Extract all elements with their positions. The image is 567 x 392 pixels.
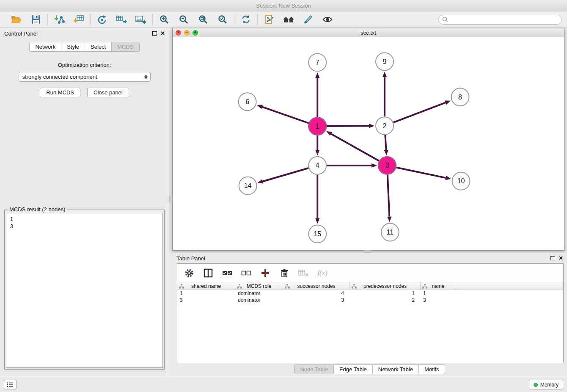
task-history-button[interactable] — [4, 380, 17, 389]
close-panel-button[interactable]: Close panel — [87, 88, 129, 97]
network-document-button[interactable] — [263, 13, 275, 26]
minimize-window-button[interactable]: − — [184, 30, 190, 36]
graph-node-9[interactable]: 9 — [376, 52, 394, 70]
vertical-splitter-handle[interactable] — [169, 196, 171, 203]
table-tab-node-table[interactable]: Node Table — [294, 364, 334, 374]
delete-row-button[interactable] — [279, 268, 290, 279]
visibility-button[interactable] — [321, 13, 334, 26]
column-header-name[interactable]: name — [421, 282, 456, 290]
toggle-columns-button[interactable] — [203, 268, 214, 279]
table-tab-motifs[interactable]: Motifs — [419, 364, 445, 374]
float-table-panel-icon[interactable] — [550, 256, 555, 260]
table-tab-network-table[interactable]: Network Table — [373, 364, 419, 374]
table-tab-edge-table[interactable]: Edge Table — [334, 364, 373, 374]
graph-edge-1-2[interactable] — [327, 124, 374, 128]
float-panel-icon[interactable] — [152, 31, 157, 36]
graph-node-3[interactable]: 3 — [378, 157, 396, 174]
graph-edge-4-3[interactable] — [327, 163, 377, 168]
graph-node-6[interactable]: 6 — [239, 93, 256, 110]
zoom-selected-button[interactable] — [216, 13, 229, 26]
column-header-mcds-role[interactable]: MCDS role — [235, 282, 283, 290]
import-network-button[interactable] — [53, 13, 66, 26]
apply-layout-button[interactable] — [239, 13, 252, 26]
criterion-dropdown[interactable]: strongly connected component — [19, 72, 151, 82]
export-network-button[interactable] — [96, 13, 108, 26]
graph-node-1[interactable]: 1 — [308, 117, 326, 135]
graph-edge-3-11[interactable] — [387, 175, 391, 222]
export-table-button[interactable] — [115, 13, 128, 26]
search-box[interactable] — [438, 15, 562, 25]
column-header-label: shared name — [191, 283, 221, 289]
run-mcds-button[interactable]: Run MCDS — [40, 88, 80, 97]
control-panel-header: Control Panel × — [0, 28, 169, 39]
mcds-result-line: 3 — [10, 223, 159, 230]
graph-edge-3-10[interactable] — [396, 167, 451, 180]
network-window-titlebar[interactable]: scc.txt × − + — [173, 28, 564, 37]
graph-node-14[interactable]: 14 — [239, 177, 257, 195]
memory-button[interactable]: Memory — [529, 380, 563, 389]
deselect-all-button[interactable] — [241, 268, 252, 279]
graph-node-label: 10 — [457, 177, 465, 185]
window-title: Session: New Session — [256, 3, 311, 9]
graph-edge-2-3[interactable] — [384, 135, 388, 155]
save-icon — [31, 15, 41, 24]
open-session-button[interactable] — [10, 13, 23, 26]
close-panel-icon[interactable]: × — [161, 31, 165, 36]
zoom-fit-button[interactable] — [197, 13, 209, 26]
close-table-panel-icon[interactable]: × — [559, 256, 563, 261]
export-image-button[interactable] — [135, 13, 147, 26]
graph-node-7[interactable]: 7 — [308, 53, 326, 71]
table-row[interactable]: 3dominator323 — [177, 297, 563, 304]
save-session-button[interactable] — [30, 13, 42, 26]
zoom-in-button[interactable] — [158, 13, 171, 26]
zoom-fit-icon — [198, 14, 208, 25]
import-table-button[interactable] — [72, 13, 85, 26]
table-panel-header: Table Panel × — [172, 253, 567, 264]
graph-node-11[interactable]: 11 — [381, 224, 399, 241]
graph-node-label: 6 — [245, 98, 249, 105]
graph-node-label: 2 — [383, 122, 386, 130]
graph-node-8[interactable]: 8 — [451, 88, 469, 106]
plus-icon — [261, 268, 270, 278]
select-all-button[interactable] — [222, 268, 233, 279]
column-header-shared-name[interactable]: shared name — [177, 282, 235, 290]
graph-edge-1-6[interactable] — [257, 105, 308, 123]
node-table-body[interactable]: 1dominator4113dominator323 — [177, 290, 563, 363]
tab-style[interactable]: Style — [61, 42, 85, 52]
search-input[interactable] — [450, 17, 558, 22]
tab-network[interactable]: Network — [29, 42, 61, 52]
graph-node-2[interactable]: 2 — [376, 117, 394, 135]
memory-button-label: Memory — [540, 382, 559, 388]
zoom-out-button[interactable] — [177, 13, 190, 26]
graph-edge-2-9[interactable] — [383, 72, 387, 116]
graph-edge-4-15[interactable] — [315, 175, 319, 224]
network-canvas[interactable]: 7968124310141511 — [173, 37, 564, 250]
tab-mcds[interactable]: MCDS — [112, 42, 139, 52]
status-bar: Memory — [0, 377, 567, 392]
graph-edge-4-14[interactable] — [258, 168, 309, 183]
graph-edge-1-4[interactable] — [315, 135, 319, 155]
mcds-result-box[interactable]: 13 — [6, 213, 163, 368]
tab-select[interactable]: Select — [85, 42, 112, 52]
style-button[interactable] — [302, 13, 314, 26]
folder-open-icon — [11, 15, 22, 24]
table-cell: 1 — [177, 290, 235, 297]
graph-edge-1-7[interactable] — [315, 72, 319, 117]
graph-edge-2-8[interactable] — [393, 100, 451, 122]
table-settings-button[interactable] — [184, 268, 195, 279]
graph-node-label: 11 — [387, 229, 394, 236]
home-button[interactable] — [282, 13, 295, 26]
graph-node-4[interactable]: 4 — [308, 157, 326, 174]
table-row[interactable]: 1dominator411 — [177, 290, 563, 297]
graph-edge-3-1[interactable] — [326, 131, 379, 161]
column-header-successor-nodes[interactable]: successor nodes — [283, 282, 350, 290]
graph-node-15[interactable]: 15 — [308, 225, 326, 243]
add-row-button[interactable] — [260, 268, 271, 279]
graph-node-10[interactable]: 10 — [452, 172, 470, 190]
column-header-label: name — [432, 283, 444, 289]
table-cell: 1 — [350, 290, 421, 297]
column-header-predecessor-nodes[interactable]: predecessor nodes — [350, 282, 421, 290]
zoom-window-button[interactable]: + — [193, 30, 198, 36]
close-window-button[interactable]: × — [176, 30, 181, 36]
window-titlebar: Session: New Session — [0, 0, 567, 11]
